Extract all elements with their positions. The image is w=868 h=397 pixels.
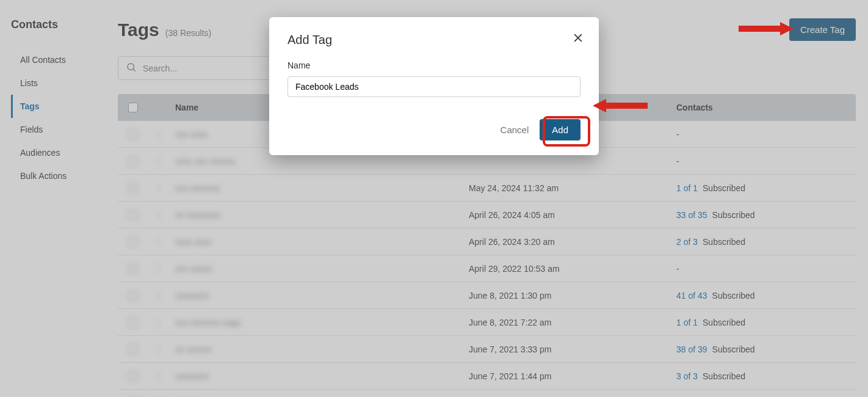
modal-title: Add Tag <box>288 33 580 47</box>
modal-overlay: Add Tag Name Cancel Add <box>0 0 868 397</box>
tag-name-input[interactable] <box>288 76 580 97</box>
name-field-label: Name <box>288 60 580 70</box>
add-button[interactable]: Add <box>540 119 580 140</box>
cancel-button[interactable]: Cancel <box>501 125 529 135</box>
close-icon[interactable] <box>572 32 584 46</box>
annotation-arrow-icon <box>593 97 648 115</box>
add-tag-modal: Add Tag Name Cancel Add <box>269 17 599 155</box>
svg-marker-4 <box>593 99 648 112</box>
